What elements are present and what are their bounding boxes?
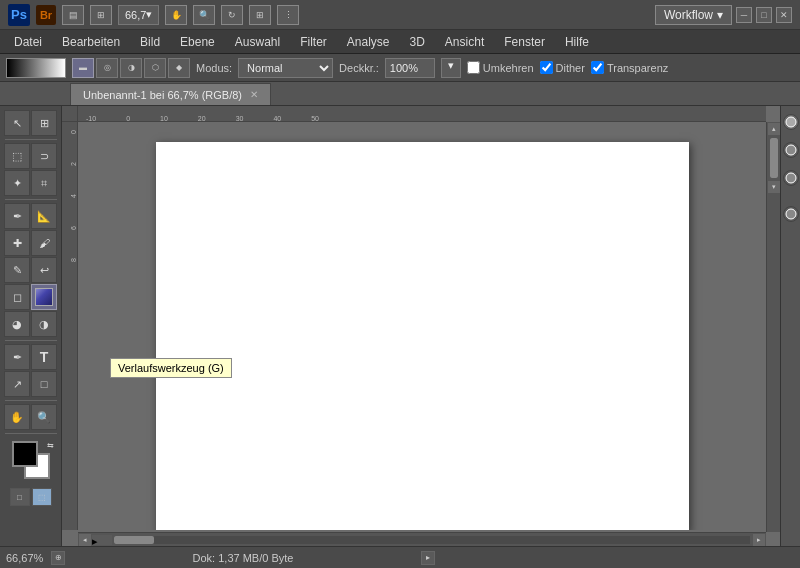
artboard-tool[interactable]: ⊞ bbox=[31, 110, 57, 136]
layers-panel-icon[interactable] bbox=[783, 114, 799, 130]
tool-separator-5 bbox=[5, 433, 57, 434]
shape-radial[interactable]: ◎ bbox=[96, 58, 118, 78]
scroll-down-arrow[interactable]: ▾ bbox=[767, 180, 780, 194]
close-button[interactable]: ✕ bbox=[776, 7, 792, 23]
pen-tool[interactable]: ✒ bbox=[4, 344, 30, 370]
ruler-tool[interactable]: 📐 bbox=[31, 203, 57, 229]
scroll-v-track[interactable] bbox=[770, 138, 778, 178]
text-tool[interactable]: T bbox=[31, 344, 57, 370]
rotate-icon[interactable]: ↻ bbox=[221, 5, 243, 25]
settings-icon[interactable]: ⋮ bbox=[277, 5, 299, 25]
deckkr-arrow[interactable]: ▾ bbox=[441, 58, 461, 78]
status-arrow[interactable]: ▸ bbox=[421, 551, 435, 565]
tool-separator-4 bbox=[5, 400, 57, 401]
healing-tool[interactable]: ✚ bbox=[4, 230, 30, 256]
move-tool[interactable]: ↖ bbox=[4, 110, 30, 136]
restore-button[interactable]: □ bbox=[756, 7, 772, 23]
transparenz-checkbox[interactable] bbox=[591, 61, 604, 74]
tool-separator-1 bbox=[5, 139, 57, 140]
scrollbar-vertical[interactable]: ▴ ▾ bbox=[766, 122, 780, 532]
umkehren-label: Umkehren bbox=[483, 62, 534, 74]
umkehren-checkbox[interactable] bbox=[467, 61, 480, 74]
scroll-left-arrow[interactable]: ◂ bbox=[78, 533, 92, 547]
menu-bearbeiten[interactable]: Bearbeiten bbox=[52, 30, 130, 53]
br-icon[interactable]: Br bbox=[36, 5, 56, 25]
grid-icon[interactable]: ⊞ bbox=[249, 5, 271, 25]
tool-row-3: ✦ ⌗ bbox=[4, 170, 57, 196]
shape-linear[interactable]: ▬ bbox=[72, 58, 94, 78]
blur-tool[interactable]: ◕ bbox=[4, 311, 30, 337]
shape-diamond[interactable]: ◆ bbox=[168, 58, 190, 78]
magic-wand-tool[interactable]: ✦ bbox=[4, 170, 30, 196]
document-view[interactable] bbox=[78, 122, 766, 530]
clone-tool[interactable]: ✎ bbox=[4, 257, 30, 283]
tool-hand-icon[interactable]: ✋ bbox=[165, 5, 187, 25]
title-icon-2[interactable]: ⊞ bbox=[90, 5, 112, 25]
quick-mask-mode[interactable]: ⬚ bbox=[32, 488, 52, 506]
tool-row-5: ✚ 🖌 bbox=[4, 230, 57, 256]
standard-mode[interactable]: □ bbox=[10, 488, 30, 506]
scrollbar-horizontal[interactable]: ◂ ▸ ▸ bbox=[78, 532, 766, 546]
menu-fenster[interactable]: Fenster bbox=[494, 30, 555, 53]
umkehren-group: Umkehren bbox=[467, 61, 534, 74]
minimize-button[interactable]: ─ bbox=[736, 7, 752, 23]
scroll-up-arrow[interactable]: ▴ bbox=[767, 122, 780, 136]
tool-row-10: ↗ □ bbox=[4, 371, 57, 397]
deckkr-input[interactable] bbox=[385, 58, 435, 78]
menu-auswahl[interactable]: Auswahl bbox=[225, 30, 290, 53]
status-bar: 66,67% ⊕ Dok: 1,37 MB/0 Byte ▸ bbox=[0, 546, 800, 568]
tab-close[interactable]: ✕ bbox=[250, 89, 258, 100]
marquee-tool[interactable]: ⬚ bbox=[4, 143, 30, 169]
history-brush-tool[interactable]: ↩ bbox=[31, 257, 57, 283]
brush-tool[interactable]: 🖌 bbox=[31, 230, 57, 256]
gradient-preview[interactable] bbox=[6, 58, 66, 78]
shape-angle[interactable]: ◑ bbox=[120, 58, 142, 78]
doc-tab[interactable]: Unbenannt-1 bei 66,7% (RGB/8) ✕ bbox=[70, 83, 271, 105]
eyedropper-tool[interactable]: ✒ bbox=[4, 203, 30, 229]
path-select-tool[interactable]: ↗ bbox=[4, 371, 30, 397]
menu-hilfe[interactable]: Hilfe bbox=[555, 30, 599, 53]
status-icon[interactable]: ⊕ bbox=[51, 551, 65, 565]
menu-filter[interactable]: Filter bbox=[290, 30, 337, 53]
scroll-h-thumb[interactable] bbox=[114, 536, 154, 544]
extra-panel-icon[interactable] bbox=[783, 206, 799, 222]
foreground-color[interactable] bbox=[12, 441, 38, 467]
scroll-right-arrow[interactable]: ▸ bbox=[752, 533, 766, 547]
menu-3d[interactable]: 3D bbox=[400, 30, 435, 53]
menu-bild[interactable]: Bild bbox=[130, 30, 170, 53]
dodge-tool[interactable]: ◑ bbox=[31, 311, 57, 337]
paths-panel-icon[interactable] bbox=[783, 170, 799, 186]
zoom-tool[interactable]: 🔍 bbox=[31, 404, 57, 430]
scroll-left-btn[interactable]: ▸ bbox=[92, 535, 112, 545]
tool-row-6: ✎ ↩ bbox=[4, 257, 57, 283]
right-panel bbox=[780, 106, 800, 546]
modus-select[interactable]: Normal Auflösen Multiplizieren bbox=[238, 58, 333, 78]
lasso-tool[interactable]: ⊃ bbox=[31, 143, 57, 169]
dither-label: Dither bbox=[556, 62, 585, 74]
tool-zoom-icon[interactable]: 🔍 bbox=[193, 5, 215, 25]
swap-colors[interactable]: ⇆ bbox=[47, 441, 54, 450]
tool-row-8: ◕ ◑ bbox=[4, 311, 57, 337]
eraser-tool[interactable]: ◻ bbox=[4, 284, 30, 310]
tab-bar: Unbenannt-1 bei 66,7% (RGB/8) ✕ bbox=[0, 82, 800, 106]
title-icon-1[interactable]: ▤ bbox=[62, 5, 84, 25]
status-scrollbar[interactable] bbox=[439, 553, 794, 563]
shape-reflected[interactable]: ⬡ bbox=[144, 58, 166, 78]
menu-ansicht[interactable]: Ansicht bbox=[435, 30, 494, 53]
gradient-tool[interactable] bbox=[31, 284, 57, 310]
dither-checkbox[interactable] bbox=[540, 61, 553, 74]
status-doc: Dok: 1,37 MB/0 Byte bbox=[65, 552, 420, 564]
shape-tool[interactable]: □ bbox=[31, 371, 57, 397]
scroll-h-track[interactable] bbox=[114, 536, 750, 544]
hand-tool[interactable]: ✋ bbox=[4, 404, 30, 430]
channels-panel-icon[interactable] bbox=[783, 142, 799, 158]
ruler-corner bbox=[62, 106, 78, 122]
crop-tool[interactable]: ⌗ bbox=[31, 170, 57, 196]
menu-datei[interactable]: Datei bbox=[4, 30, 52, 53]
scroll-v-thumb[interactable] bbox=[770, 138, 778, 178]
modus-label: Modus: bbox=[196, 62, 232, 74]
menu-ebene[interactable]: Ebene bbox=[170, 30, 225, 53]
workflow-button[interactable]: Workflow ▾ bbox=[655, 5, 732, 25]
menu-analyse[interactable]: Analyse bbox=[337, 30, 400, 53]
zoom-display[interactable]: 66,7 ▾ bbox=[118, 5, 159, 25]
